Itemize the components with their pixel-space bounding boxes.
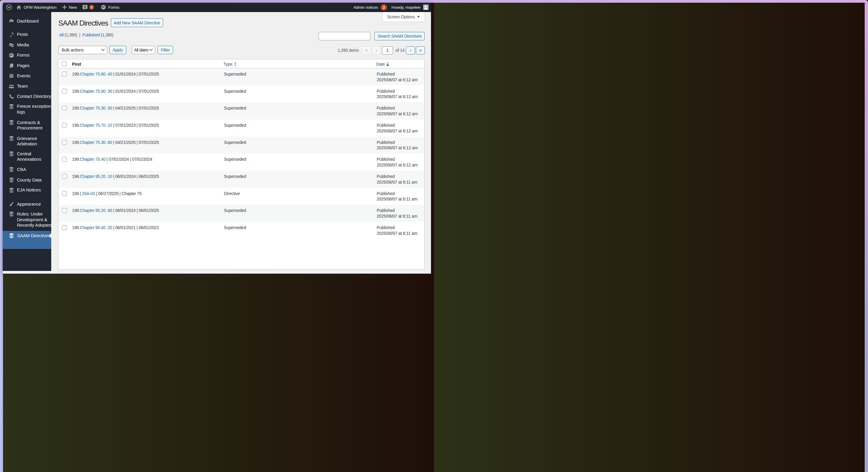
svg-text:W: W (7, 5, 11, 9)
